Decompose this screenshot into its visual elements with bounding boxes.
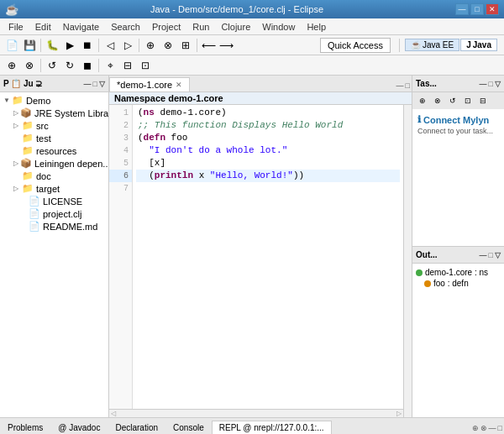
- menu-project[interactable]: Project: [147, 20, 186, 34]
- app-icon: ☕: [5, 3, 18, 16]
- license-icon: 📄: [29, 196, 40, 207]
- resources-label: resources: [36, 146, 76, 156]
- title-bar: ☕ Java - Demo/src/demo_1/core.clj - Ecli…: [0, 0, 504, 18]
- toolbar-btn-misc2[interactable]: ⊗: [160, 37, 176, 54]
- tree-item-license[interactable]: 📄 LICENSE: [2, 195, 107, 207]
- close-button[interactable]: ✕: [486, 3, 499, 15]
- tb2-btn3[interactable]: ↺: [44, 57, 60, 74]
- tasks-menu-icon[interactable]: ▽: [495, 80, 501, 88]
- editor-main: 1 2 3 4 5 6 7 (ns demo-1.core) ;; This f…: [109, 105, 403, 417]
- tree-item-test[interactable]: 📁 test: [2, 132, 107, 144]
- tasks-tb-btn3[interactable]: ↺: [446, 94, 459, 107]
- toolbar-sep-2: [98, 39, 99, 52]
- tb2-btn2[interactable]: ⊗: [21, 57, 38, 74]
- run-button[interactable]: ▶: [61, 37, 78, 54]
- editor-tabs: *demo-1.core ✕ — □: [109, 76, 412, 92]
- outline-item-namespace[interactable]: demo-1.core : ns: [416, 267, 501, 278]
- quick-access-button[interactable]: Quick Access: [320, 38, 391, 53]
- tab-problems[interactable]: Problems: [0, 421, 50, 434]
- tree-item-jre[interactable]: ▷ 📦 JRE System Librar...: [2, 107, 107, 119]
- perspective-javaee[interactable]: ☕ Java EE: [405, 39, 459, 51]
- perspective-java[interactable]: J Java: [460, 39, 497, 51]
- save-button[interactable]: 💾: [21, 37, 38, 54]
- tb2-btn4[interactable]: ↻: [61, 57, 78, 74]
- outline-title: Out...: [416, 250, 438, 259]
- outline-item-foo[interactable]: foo : defn: [416, 278, 501, 289]
- tb2-btn5[interactable]: ◼: [79, 57, 96, 74]
- tasks-maximize-icon[interactable]: □: [489, 80, 493, 88]
- maximise-icon[interactable]: □: [93, 80, 97, 88]
- collapse-icon[interactable]: —: [84, 80, 92, 88]
- outline-minimize-icon[interactable]: —: [480, 251, 487, 259]
- tasks-minimize-icon[interactable]: —: [480, 80, 487, 88]
- bottom-tb-btn2[interactable]: ⊗: [480, 424, 487, 432]
- scroll-left-icon[interactable]: ◁: [111, 410, 116, 417]
- outline-maximize-icon[interactable]: □: [489, 251, 493, 259]
- tab-close-icon[interactable]: ✕: [176, 81, 182, 89]
- tasks-tb-btn2[interactable]: ⊗: [431, 94, 444, 107]
- back-button[interactable]: ◁: [102, 37, 118, 54]
- toolbar-btn-misc1[interactable]: ⊕: [142, 37, 159, 54]
- toolbar-btn-misc3[interactable]: ⊞: [177, 37, 194, 54]
- menu-edit[interactable]: Edit: [30, 20, 56, 34]
- tb2-btn6[interactable]: ⌖: [102, 57, 118, 74]
- forward-button[interactable]: ▷: [119, 37, 136, 54]
- tree-item-src[interactable]: ▷ 📁 src: [2, 119, 107, 132]
- tb2-btn8[interactable]: ⊡: [137, 57, 154, 74]
- tb2-btn7[interactable]: ⊟: [119, 57, 136, 74]
- view-menu-icon[interactable]: ▽: [99, 80, 105, 88]
- tree-item-demo[interactable]: ▼ 📁 Demo: [2, 94, 107, 107]
- menu-search[interactable]: Search: [106, 20, 145, 34]
- tab-declaration[interactable]: Declaration: [108, 421, 165, 434]
- tree-item-project-clj[interactable]: 📄 project.clj: [2, 207, 107, 220]
- jre-icon: 📦: [20, 107, 32, 118]
- tree-item-leiningen[interactable]: ▷ 📦 Leiningen depen...: [2, 157, 107, 170]
- tasks-tb-btn5[interactable]: ⊟: [476, 94, 490, 107]
- src-label: src: [36, 121, 49, 131]
- menu-help[interactable]: Help: [302, 20, 331, 34]
- menu-navigate[interactable]: Navigate: [58, 20, 104, 34]
- tree-item-resources[interactable]: 📁 resources: [2, 144, 107, 157]
- menu-run[interactable]: Run: [187, 20, 214, 34]
- namespace-dot: [416, 269, 423, 276]
- bottom-tb-btn1[interactable]: ⊕: [472, 424, 479, 432]
- main-layout: P 📋 Ju ⊋ — □ ▽ ▼ 📁 Demo ▷ 📦 JRE System L…: [0, 76, 504, 417]
- maximize-button[interactable]: □: [470, 3, 484, 15]
- bottom-maximize-icon[interactable]: □: [498, 424, 502, 432]
- code-area[interactable]: (ns demo-1.core) ;; This function Displa…: [133, 105, 403, 409]
- connect-mylyn-title[interactable]: ℹ Connect Mylyn: [417, 114, 499, 125]
- menu-clojure[interactable]: Clojure: [216, 20, 255, 34]
- tree-item-target[interactable]: ▷ 📁 target: [2, 182, 107, 195]
- toolbar-btn-misc5[interactable]: ⟶: [218, 37, 234, 54]
- tab-minimize-icon[interactable]: —: [396, 81, 404, 90]
- debug-button[interactable]: 🐛: [44, 37, 60, 54]
- tree-item-readme[interactable]: 📄 README.md: [2, 220, 107, 233]
- stop-button[interactable]: ⏹: [79, 37, 96, 54]
- bottom-tabs-bar: Problems @ Javadoc Declaration Console R…: [0, 418, 504, 434]
- code-line-3: (defn foo: [136, 132, 400, 144]
- toolbar-btn-misc4[interactable]: ⟵: [200, 37, 217, 54]
- scroll-right-icon[interactable]: ▷: [396, 410, 402, 417]
- bottom-minimize-icon[interactable]: —: [489, 424, 496, 432]
- minimize-button[interactable]: —: [455, 3, 469, 15]
- tab-repl[interactable]: REPL @ nrepl://127.0.0.1:...: [212, 421, 332, 434]
- menu-file[interactable]: File: [3, 20, 29, 34]
- tree-item-doc[interactable]: 📁 doc: [2, 170, 107, 182]
- tb2-btn1[interactable]: ⊕: [3, 57, 20, 74]
- tab-maximize-icon[interactable]: □: [406, 81, 410, 90]
- editor-vertical-scrollbar[interactable]: [403, 105, 412, 417]
- outline-menu-icon[interactable]: ▽: [495, 251, 501, 259]
- new-button[interactable]: 📄: [3, 37, 20, 54]
- tasks-tb-btn1[interactable]: ⊕: [416, 94, 429, 107]
- tab-console[interactable]: Console: [165, 421, 212, 434]
- editor-horizontal-scrollbar[interactable]: ◁ ▷: [109, 409, 403, 417]
- project-tree: ▼ 📁 Demo ▷ 📦 JRE System Librar... ▷ 📁 sr…: [0, 92, 108, 417]
- code-line-4: "I don't do a whole lot.": [136, 144, 400, 157]
- tab-javadoc[interactable]: @ Javadoc: [50, 421, 108, 434]
- tasks-tb-btn4[interactable]: ⊡: [461, 94, 475, 107]
- editor-content[interactable]: 1 2 3 4 5 6 7 (ns demo-1.core) ;; This f…: [109, 105, 403, 409]
- menu-window[interactable]: Window: [257, 20, 300, 34]
- editor-tab-demo[interactable]: *demo-1.core ✕: [109, 77, 190, 92]
- foo-label: foo : defn: [433, 279, 469, 288]
- readme-label: README.md: [43, 222, 97, 232]
